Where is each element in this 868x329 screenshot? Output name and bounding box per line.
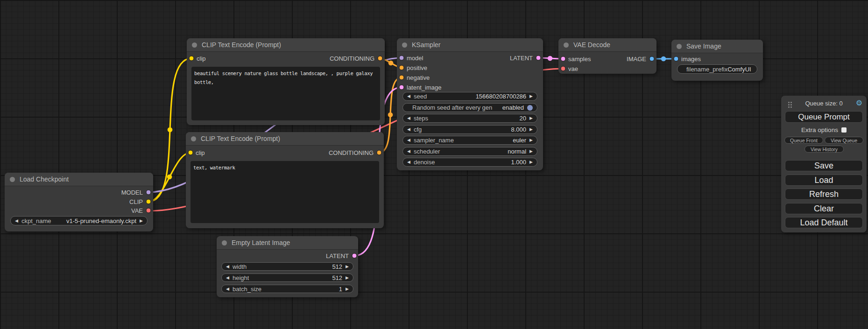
model-input-port[interactable] [399,56,404,61]
sampler-name-widget[interactable]: ◀ sampler_name euler ▶ [402,136,537,145]
decrement-icon[interactable]: ◀ [226,276,229,280]
positive-input-port[interactable] [399,65,404,70]
queue-prompt-button[interactable]: Queue Prompt [785,111,863,123]
collapse-dot-icon[interactable] [10,177,15,182]
view-history-button[interactable]: View History [804,146,844,153]
node-clip-text-encode-positive[interactable]: CLIP Text Encode (Prompt) clip CONDITION… [187,38,385,125]
increment-icon[interactable]: ▶ [346,265,349,269]
decrement-icon[interactable]: ◀ [407,127,410,132]
widget-value: ComfyUI [727,66,751,73]
node-graph-canvas[interactable]: Load Checkpoint MODEL CLIP VAE ◀ ckpt_na… [0,0,868,329]
image-output-port[interactable] [649,56,655,62]
view-queue-button[interactable]: View Queue [825,137,863,144]
negative-prompt-textarea[interactable]: text, watermark [191,161,379,223]
negative-input-port[interactable] [399,75,404,80]
latent-output-port[interactable] [352,253,357,259]
node-title-bar[interactable]: Empty Latent Image [217,236,358,250]
increment-icon[interactable]: ▶ [529,127,533,132]
port-label: CONDITIONING [329,149,374,156]
widget-value: 1 [339,286,342,293]
node-title-bar[interactable]: Load Checkpoint [5,173,153,186]
model-output-port[interactable] [146,190,151,195]
seed-widget[interactable]: ◀ seed 156680208700286 ▶ [402,92,537,101]
decrement-icon[interactable]: ◀ [407,94,410,98]
increment-icon[interactable]: ▶ [529,149,533,154]
images-input-port[interactable] [674,56,679,62]
latent-image-input-port[interactable] [399,85,404,90]
increment-icon[interactable]: ▶ [529,160,533,164]
port-label: vae [568,65,578,72]
load-default-button[interactable]: Load Default [785,217,863,228]
node-title-bar[interactable]: VAE Decode [558,38,656,52]
widget-label: seed [414,93,427,100]
samples-input-port[interactable] [561,56,566,62]
node-title-bar[interactable]: CLIP Text Encode (Prompt) [187,38,385,52]
node-title: Load Checkpoint [20,175,69,183]
collapse-dot-icon[interactable] [191,136,196,141]
decrement-icon[interactable]: ◀ [226,265,229,269]
vae-output-port[interactable] [146,208,151,213]
filename-prefix-widget[interactable]: filename_prefix ComfyUI [677,64,757,74]
widget-label: ckpt_name [21,217,51,224]
load-button[interactable]: Load [785,175,863,186]
height-widget[interactable]: ◀ height 512 ▶ [221,273,353,282]
decrement-icon[interactable]: ◀ [407,160,410,164]
node-title-bar[interactable]: Save Image [671,40,763,53]
decrement-icon[interactable]: ◀ [226,287,229,291]
queue-size-label: Queue size: 0 [781,100,867,107]
conditioning-output-port[interactable] [378,56,383,61]
extra-options-label: Extra options [801,126,838,133]
increment-icon[interactable]: ▶ [346,276,349,280]
save-button[interactable]: Save [785,160,863,171]
refresh-button[interactable]: Refresh [785,189,863,200]
node-title: CLIP Text Encode (Prompt) [201,135,280,142]
decrement-icon[interactable]: ◀ [407,149,410,154]
queue-front-button[interactable]: Queue Front [784,137,823,144]
collapse-dot-icon[interactable] [677,44,682,49]
latent-output-port[interactable] [536,56,541,61]
increment-icon[interactable]: ▶ [140,219,143,223]
increment-icon[interactable]: ▶ [529,94,533,98]
node-save-image[interactable]: Save Image images filename_prefix ComfyU… [671,40,763,81]
scheduler-widget[interactable]: ◀ scheduler normal ▶ [402,147,537,156]
conditioning-output-port[interactable] [377,150,382,155]
clip-input-port[interactable] [188,150,193,155]
clip-input-port[interactable] [189,56,194,61]
increment-icon[interactable]: ▶ [529,116,533,120]
increment-icon[interactable]: ▶ [346,287,349,291]
collapse-dot-icon[interactable] [564,42,569,48]
ckpt-name-widget[interactable]: ◀ ckpt_name v1-5-pruned-emaonly.ckpt ▶ [10,216,148,225]
node-empty-latent-image[interactable]: Empty Latent Image LATENT ◀ width 512 ▶ … [217,236,358,297]
batch-size-widget[interactable]: ◀ batch_size 1 ▶ [221,285,353,293]
node-load-checkpoint[interactable]: Load Checkpoint MODEL CLIP VAE ◀ ckpt_na… [5,173,153,231]
toggle-icon[interactable] [527,105,533,111]
collapse-dot-icon[interactable] [192,42,197,48]
vae-input-port[interactable] [561,66,566,71]
decrement-icon[interactable]: ◀ [407,138,410,142]
steps-widget[interactable]: ◀ steps 20 ▶ [402,114,537,123]
denoise-widget[interactable]: ◀ denoise 1.000 ▶ [402,158,537,167]
random-seed-toggle-widget[interactable]: Random seed after every gen enabled [402,103,537,112]
node-title-bar[interactable]: KSampler [397,38,543,52]
port-label: positive [407,64,427,71]
port-label: LATENT [326,252,349,259]
node-clip-text-encode-negative[interactable]: CLIP Text Encode (Prompt) clip CONDITION… [186,132,384,228]
extra-options-checkbox[interactable] [841,127,847,133]
decrement-icon[interactable]: ◀ [15,219,18,223]
cfg-widget[interactable]: ◀ cfg 8.000 ▶ [402,125,537,134]
decrement-icon[interactable]: ◀ [407,116,410,120]
settings-gear-icon[interactable]: ⚙ [856,99,862,107]
clip-output-port[interactable] [146,199,151,204]
increment-icon[interactable]: ▶ [529,138,533,142]
width-widget[interactable]: ◀ width 512 ▶ [221,262,353,271]
node-title-bar[interactable]: CLIP Text Encode (Prompt) [186,132,384,146]
node-vae-decode[interactable]: VAE Decode samples vae IMAGE [558,38,656,74]
collapse-dot-icon[interactable] [222,240,227,245]
collapse-dot-icon[interactable] [402,42,407,48]
link-dot [388,112,393,118]
clear-button[interactable]: Clear [785,203,863,214]
node-ksampler[interactable]: KSampler model positive negative latent_… [397,38,543,170]
extra-options-row: Extra options [781,126,867,133]
widget-label: steps [414,115,428,122]
positive-prompt-textarea[interactable]: beautiful scenery nature glass bottle la… [191,67,380,120]
